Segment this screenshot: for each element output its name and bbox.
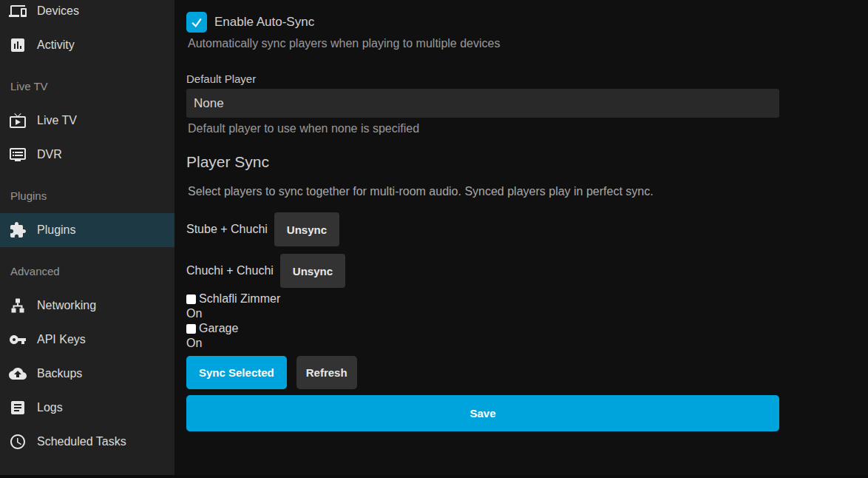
synced-group-row: Stube + Chuchi Unsync [186, 212, 779, 246]
unsync-button[interactable]: Unsync [280, 254, 345, 288]
sidebar-item-label: Plugins [37, 223, 75, 237]
dvr-icon [9, 146, 27, 164]
player-checkbox[interactable] [186, 324, 196, 334]
sidebar-section-advanced: Advanced [0, 247, 174, 289]
synced-group-name: Stube + Chuchi [186, 223, 268, 236]
activity-icon [9, 36, 27, 54]
sidebar-section-live-tv: Live TV [0, 62, 174, 104]
sidebar-item-label: Scheduled Tasks [37, 435, 126, 448]
save-button[interactable]: Save [186, 395, 779, 431]
sidebar-item-label: Backups [37, 367, 82, 380]
sidebar-item-label: DVR [37, 148, 62, 161]
sidebar-item-label: Networking [37, 299, 96, 312]
auto-sync-row: Enable Auto-Sync [186, 12, 779, 33]
sidebar-item-backups[interactable]: Backups [0, 357, 174, 391]
player-sync-title: Player Sync [186, 153, 779, 171]
synced-group-name: Chuchi + Chuchi [186, 264, 274, 277]
document-icon [9, 399, 27, 417]
sidebar-item-activity[interactable]: Activity [0, 28, 174, 62]
unsync-button[interactable]: Unsync [274, 212, 339, 246]
main-content: Enable Auto-Sync Automatically sync play… [174, 0, 868, 478]
clock-icon [9, 433, 27, 451]
puzzle-icon [9, 221, 27, 239]
sidebar-section-plugins: Plugins [0, 172, 174, 213]
sidebar-item-live-tv[interactable]: Live TV [0, 104, 174, 138]
player-checkbox-row: Garage [186, 321, 779, 336]
default-player-select[interactable]: None [186, 89, 779, 118]
sync-selected-button[interactable]: Sync Selected [186, 356, 287, 389]
player-checkbox-row: Schlafli Zimmer [186, 292, 779, 306]
player-name: Garage [199, 322, 238, 335]
sidebar-item-logs[interactable]: Logs [0, 391, 174, 425]
synced-group-row: Chuchi + Chuchi Unsync [186, 254, 779, 288]
player-list: Schlafli Zimmer On Garage On [186, 292, 779, 351]
auto-sync-checkbox[interactable] [186, 12, 207, 33]
key-icon [9, 331, 27, 349]
devices-icon [9, 2, 27, 20]
network-icon [9, 297, 27, 314]
sidebar-item-dvr[interactable]: DVR [0, 138, 174, 172]
sidebar-item-devices[interactable]: Devices [0, 0, 174, 28]
sidebar-item-label: API Keys [37, 333, 86, 346]
sidebar-item-scheduled-tasks[interactable]: Scheduled Tasks [0, 425, 174, 459]
sidebar-item-label: Devices [37, 4, 79, 18]
default-player-label: Default Player [186, 73, 779, 85]
sidebar-item-label: Live TV [37, 114, 77, 127]
refresh-button[interactable]: Refresh [296, 356, 357, 389]
player-sync-description: Select players to sync together for mult… [186, 185, 779, 198]
sidebar-item-api-keys[interactable]: API Keys [0, 323, 174, 357]
default-player-description: Default player to use when none is speci… [186, 122, 779, 135]
sidebar-item-networking[interactable]: Networking [0, 289, 174, 323]
player-status: On [186, 336, 779, 351]
sidebar: Devices Activity Live TV Live TV DVR Plu… [0, 0, 174, 478]
sidebar-item-label: Logs [37, 401, 63, 414]
live-tv-icon [9, 112, 27, 129]
player-checkbox[interactable] [186, 294, 196, 304]
cloud-backup-icon [9, 365, 27, 383]
auto-sync-label: Enable Auto-Sync [214, 15, 314, 30]
player-name: Schlafli Zimmer [199, 292, 280, 306]
auto-sync-description: Automatically sync players when playing … [186, 37, 779, 50]
checkmark-icon [189, 15, 204, 30]
player-status: On [186, 306, 779, 321]
sync-actions-row: Sync Selected Refresh [186, 356, 779, 389]
sidebar-item-label: Activity [37, 38, 75, 52]
sidebar-item-plugins[interactable]: Plugins [0, 213, 174, 247]
sidebar-nav: Devices Activity Live TV Live TV DVR Plu… [0, 0, 174, 459]
default-player-value: None [194, 96, 224, 111]
bottom-scrollbar-track[interactable] [0, 475, 868, 478]
